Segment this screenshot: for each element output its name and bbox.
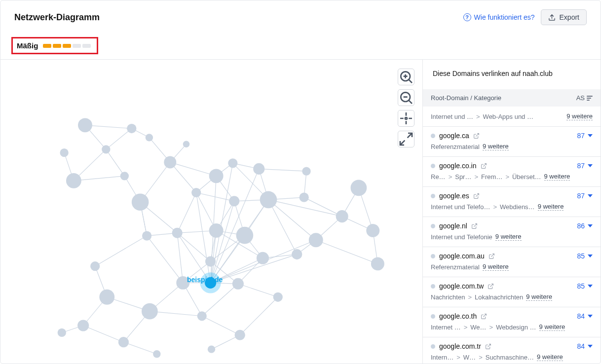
- network-graph[interactable]: beispiel.de: [0, 60, 423, 364]
- external-link-icon[interactable]: [488, 253, 495, 259]
- category-more[interactable]: 9 weitere: [538, 203, 564, 211]
- svg-line-73: [123, 342, 156, 354]
- domain-row: google.co.in 87 Re…>Spr…>Frem…>Überset… …: [423, 157, 601, 187]
- zoom-in-icon: [398, 69, 414, 85]
- domain-row: google.es 87 Internet und Telefo…>Webdie…: [423, 187, 601, 217]
- svg-point-125: [208, 345, 215, 353]
- category-more[interactable]: 9 weitere: [483, 263, 509, 271]
- as-score[interactable]: 85: [577, 282, 593, 290]
- domain-dot-icon: [431, 194, 435, 198]
- svg-point-91: [127, 124, 136, 133]
- svg-line-146: [408, 133, 412, 138]
- svg-line-149: [483, 163, 486, 166]
- domain-dot-icon: [431, 344, 435, 349]
- svg-line-151: [474, 223, 477, 226]
- external-link-icon[interactable]: [481, 163, 487, 169]
- svg-line-69: [240, 297, 278, 335]
- domain-name[interactable]: google.com.tw: [439, 282, 484, 290]
- as-score[interactable]: 84: [577, 312, 593, 320]
- svg-point-101: [191, 188, 201, 197]
- domain-name[interactable]: google.com.au: [439, 252, 485, 260]
- svg-line-68: [202, 316, 240, 335]
- external-link-icon[interactable]: [481, 313, 487, 320]
- breadcrumb-more[interactable]: 9 weitere: [566, 112, 593, 120]
- svg-point-120: [273, 292, 283, 302]
- svg-point-145: [405, 117, 407, 119]
- svg-line-152: [491, 254, 494, 256]
- as-score[interactable]: 86: [577, 222, 593, 230]
- category-more[interactable]: 9 weitere: [495, 233, 522, 241]
- svg-point-113: [292, 249, 302, 259]
- zoom-in-button[interactable]: [398, 69, 414, 85]
- domain-name[interactable]: google.nl: [439, 222, 467, 230]
- external-link-icon[interactable]: [488, 283, 494, 290]
- svg-point-92: [146, 134, 153, 141]
- external-link-icon[interactable]: [485, 343, 491, 350]
- category-more[interactable]: 9 weitere: [483, 143, 509, 150]
- svg-line-150: [476, 193, 479, 196]
- svg-line-59: [259, 169, 306, 171]
- svg-point-95: [120, 172, 129, 180]
- svg-point-121: [176, 276, 189, 290]
- svg-point-109: [209, 223, 224, 238]
- domain-name[interactable]: google.es: [439, 192, 469, 200]
- how-it-works-link[interactable]: ? Wie funktioniert es?: [463, 13, 535, 21]
- external-link-icon[interactable]: [473, 193, 480, 199]
- svg-point-96: [66, 173, 81, 188]
- domain-name[interactable]: google.co.th: [439, 312, 477, 320]
- density-label: Mäßig: [17, 41, 38, 50]
- export-label: Export: [560, 13, 579, 21]
- external-link-icon[interactable]: [471, 223, 478, 229]
- svg-line-19: [177, 193, 196, 233]
- svg-point-123: [197, 311, 207, 321]
- as-score[interactable]: 85: [577, 252, 593, 260]
- domain-row: google.co.th 84 Internet …>We…>Webdesign…: [423, 307, 601, 337]
- domain-dot-icon: [431, 134, 435, 138]
- svg-point-112: [205, 256, 216, 266]
- svg-point-129: [58, 328, 66, 337]
- svg-point-124: [235, 330, 245, 340]
- as-score[interactable]: 87: [577, 192, 593, 200]
- svg-point-89: [78, 118, 92, 132]
- category-more[interactable]: 9 weitere: [526, 293, 552, 301]
- domain-row: google.com.au 85 Referenzmaterial 9 weit…: [423, 247, 601, 277]
- svg-line-139: [409, 100, 412, 104]
- svg-point-90: [102, 145, 110, 153]
- export-button[interactable]: Export: [541, 9, 587, 25]
- domain-row: google.com.tw 85 Nachrichten>Lokalnachri…: [423, 277, 601, 307]
- domain-name[interactable]: google.ca: [439, 132, 469, 140]
- col-as-header[interactable]: AS: [576, 94, 593, 102]
- chevron-down-icon: [588, 134, 593, 137]
- svg-line-147: [400, 141, 405, 145]
- svg-point-108: [229, 196, 239, 206]
- svg-point-106: [260, 191, 277, 209]
- svg-point-104: [253, 163, 264, 175]
- domain-name[interactable]: google.co.in: [439, 162, 477, 170]
- svg-point-133: [205, 277, 216, 289]
- svg-line-135: [409, 79, 412, 83]
- fit-button[interactable]: [398, 110, 414, 127]
- category-more[interactable]: 9 weitere: [537, 353, 563, 361]
- svg-point-114: [309, 233, 323, 247]
- domain-name[interactable]: google.com.tr: [439, 342, 481, 350]
- svg-point-122: [142, 303, 158, 320]
- svg-point-103: [228, 158, 237, 168]
- col-domain-header[interactable]: Root-Domain / Kategorie: [431, 94, 501, 102]
- as-score[interactable]: 87: [577, 162, 593, 170]
- svg-point-110: [236, 227, 254, 244]
- svg-line-153: [490, 284, 493, 287]
- svg-line-40: [147, 236, 183, 283]
- category-more[interactable]: 9 weitere: [544, 173, 570, 181]
- sort-icon: [587, 96, 593, 101]
- fullscreen-button[interactable]: [398, 131, 414, 147]
- category-more[interactable]: 9 weitere: [539, 323, 565, 331]
- chevron-down-icon: [588, 285, 593, 288]
- density-indicator[interactable]: Mäßig: [11, 37, 98, 54]
- svg-point-128: [77, 320, 89, 331]
- svg-point-93: [164, 156, 176, 168]
- as-score[interactable]: 84: [577, 342, 593, 350]
- zoom-out-button[interactable]: [398, 89, 414, 106]
- as-score[interactable]: 87: [577, 132, 593, 140]
- external-link-icon[interactable]: [473, 133, 480, 139]
- domain-dot-icon: [431, 254, 435, 258]
